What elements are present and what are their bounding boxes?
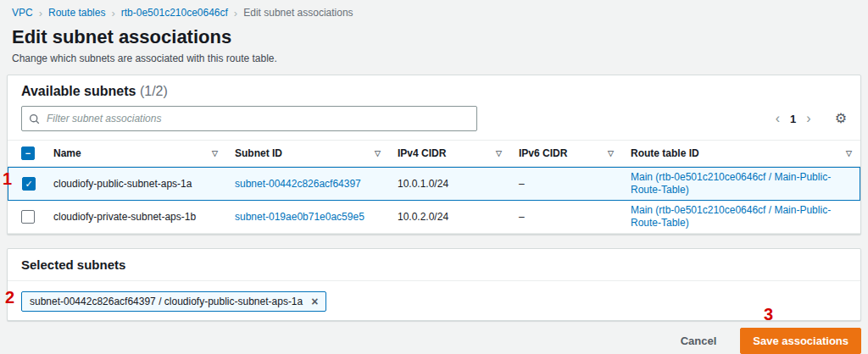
column-header-label: Route table ID: [631, 147, 699, 159]
available-subnets-count: (1/2): [140, 84, 168, 98]
subnet-id-link[interactable]: subnet-019ae0b71e0ac59e5: [235, 211, 364, 223]
table-toolbar: ‹ 1 › ⚙: [8, 102, 860, 140]
selected-subnet-chip: subnet-00442c826acf64397 / cloudiofy-pub…: [21, 291, 326, 312]
selected-subnets-title: Selected subnets: [8, 249, 860, 280]
annotation-step-1: 1: [3, 169, 12, 189]
ipv4-cidr-value: 10.0.1.0/24: [389, 167, 510, 201]
ipv6-cidr-value: –: [510, 167, 622, 201]
select-all-checkbox[interactable]: −: [21, 147, 35, 160]
selected-subnets-chip-area: subnet-00442c826acf64397 / cloudiofy-pub…: [8, 281, 860, 320]
settings-gear-icon[interactable]: ⚙: [835, 112, 847, 125]
table-row[interactable]: cloudiofy-private-subnet-aps-1b subnet-0…: [8, 201, 860, 234]
save-associations-button[interactable]: Save associations: [740, 328, 861, 354]
sort-icon[interactable]: ▽: [375, 149, 381, 158]
pagination: ‹ 1 › ⚙: [776, 112, 847, 125]
available-subnets-card: Available subnets (1/2) ‹ 1 › ⚙ − Name▽: [7, 75, 861, 235]
available-subnets-title: Available subnets: [21, 84, 136, 98]
pagination-page-number[interactable]: 1: [790, 113, 796, 125]
filter-subnets-input[interactable]: [45, 112, 470, 125]
ipv4-cidr-value: 10.0.2.0/24: [389, 201, 510, 234]
pagination-prev-icon[interactable]: ‹: [776, 112, 780, 125]
subnet-name: cloudiofy-public-subnet-aps-1a: [45, 167, 226, 201]
sort-icon[interactable]: ▽: [608, 149, 614, 158]
route-table-link[interactable]: Main (rtb-0e501c210ce0646cf / Main-Publi…: [631, 171, 851, 196]
sort-icon[interactable]: ▽: [846, 149, 852, 158]
column-header-label: IPv6 CIDR: [519, 147, 567, 159]
footer-actions: Cancel Save associations: [0, 321, 868, 354]
route-table-link[interactable]: Main (rtb-0e501c210ce0646cf / Main-Publi…: [631, 204, 852, 230]
column-header-label: Name: [53, 147, 81, 159]
column-header-label: IPv4 CIDR: [398, 147, 446, 159]
sort-icon[interactable]: ▽: [496, 149, 502, 158]
column-header-label: Subnet ID: [235, 147, 282, 159]
search-icon: [29, 113, 40, 124]
chip-close-icon[interactable]: ×: [311, 296, 318, 307]
column-header-name[interactable]: Name▽: [45, 140, 226, 167]
chevron-right-icon: ›: [234, 8, 237, 19]
table-header-row: − Name▽ Subnet ID▽ IPv4 CIDR▽ IPv6 CIDR▽…: [8, 140, 860, 167]
breadcrumb: VPC › Route tables › rtb-0e501c210ce0646…: [0, 0, 868, 19]
breadcrumb-current-page: Edit subnet associations: [243, 7, 353, 19]
selected-subnets-card: Selected subnets subnet-00442c826acf6439…: [7, 248, 861, 321]
row-checkbox[interactable]: [21, 210, 35, 224]
column-header-subnet-id[interactable]: Subnet ID▽: [226, 140, 389, 167]
breadcrumb-link-route-tables[interactable]: Route tables: [48, 7, 105, 19]
filter-input-wrapper: [21, 106, 477, 131]
chevron-right-icon: ›: [111, 8, 114, 19]
breadcrumb-link-route-table-id[interactable]: rtb-0e501c210ce0646cf: [121, 7, 228, 19]
column-header-route-table-id[interactable]: Route table ID▽: [622, 140, 860, 167]
sort-icon[interactable]: ▽: [212, 149, 218, 158]
ipv6-cidr-value: –: [510, 201, 622, 234]
available-subnets-header: Available subnets (1/2): [8, 75, 860, 102]
breadcrumb-link-vpc[interactable]: VPC: [12, 7, 33, 19]
row-checkbox[interactable]: ✓: [22, 177, 36, 191]
column-header-ipv4-cidr[interactable]: IPv4 CIDR▽: [389, 140, 510, 167]
page-title: Edit subnet associations: [0, 19, 868, 51]
annotation-step-2: 2: [5, 288, 14, 307]
chevron-right-icon: ›: [39, 8, 42, 19]
subnet-name: cloudiofy-private-subnet-aps-1b: [45, 201, 226, 234]
column-header-ipv6-cidr[interactable]: IPv6 CIDR▽: [510, 140, 622, 167]
table-row[interactable]: ✓ cloudiofy-public-subnet-aps-1a subnet-…: [8, 167, 860, 201]
subnets-table: − Name▽ Subnet ID▽ IPv4 CIDR▽ IPv6 CIDR▽…: [8, 140, 860, 234]
subnet-id-link[interactable]: subnet-00442c826acf64397: [235, 178, 361, 190]
page-description: Change which subnets are associated with…: [0, 51, 868, 75]
chip-label: subnet-00442c826acf64397 / cloudiofy-pub…: [30, 296, 303, 307]
annotation-step-3: 3: [764, 305, 773, 324]
cancel-button[interactable]: Cancel: [677, 329, 721, 352]
pagination-next-icon[interactable]: ›: [806, 112, 810, 125]
